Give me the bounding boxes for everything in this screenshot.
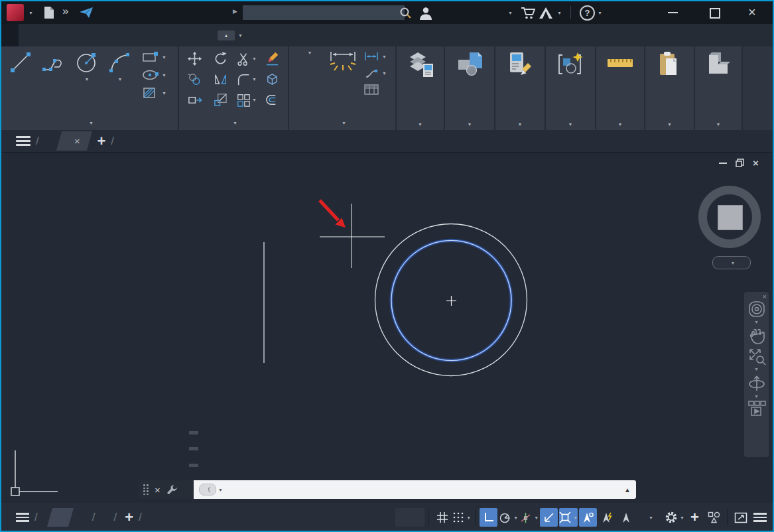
navbar-close-icon[interactable]: × — [763, 293, 767, 300]
isolate-objects-button[interactable] — [705, 508, 723, 527]
command-input-field[interactable]: ▼ ▲ — [194, 480, 636, 499]
ribbon-tab-home[interactable] — [1, 24, 19, 46]
viewport-close-icon[interactable]: × — [753, 158, 759, 168]
properties-icon[interactable] — [505, 50, 535, 79]
array-button[interactable]: ▼ — [233, 90, 259, 110]
app-menu-caret-icon[interactable]: ▼ — [29, 11, 33, 15]
command-history-toggle-icon[interactable]: ▲ — [624, 486, 631, 494]
zoom-caret-icon[interactable]: ▼ — [754, 367, 759, 371]
hatch-button[interactable]: ▼ — [142, 86, 166, 100]
object-snap-tracking-toggle[interactable] — [540, 508, 558, 527]
command-line-grip[interactable]: × — [139, 480, 194, 499]
line-button[interactable] — [4, 46, 37, 115]
user-icon[interactable] — [419, 6, 433, 20]
fillet-caret-icon[interactable]: ▼ — [252, 77, 257, 82]
panel-layers-expander[interactable]: ▼ — [397, 118, 444, 130]
isometric-drafting-toggle[interactable]: ▼ — [519, 508, 539, 527]
qat-expand-icon[interactable]: » — [62, 5, 68, 18]
help-caret-icon[interactable]: ▼ — [598, 11, 602, 15]
explode-button[interactable] — [259, 69, 285, 90]
isodraft-caret-icon[interactable]: ▼ — [534, 515, 539, 520]
leader-caret-icon[interactable]: ▼ — [382, 71, 387, 76]
fillet-button[interactable]: ▼ — [233, 69, 259, 90]
model-space-toggle[interactable] — [395, 508, 424, 527]
ribbon-tab-addins[interactable] — [122, 24, 139, 46]
panel-groups-expander[interactable]: ▼ — [546, 118, 595, 130]
rotate-button[interactable] — [208, 48, 233, 69]
polar-caret-icon[interactable]: ▼ — [513, 515, 518, 520]
ellipse-button[interactable]: ▼ — [142, 68, 166, 82]
clean-screen-button[interactable] — [732, 508, 749, 527]
ribbon-tab-manage[interactable] — [88, 24, 105, 46]
dimension-button[interactable] — [326, 46, 359, 115]
ribbon-tab-featured-apps[interactable] — [174, 24, 191, 46]
ribbon-tab-annotate[interactable] — [36, 24, 53, 46]
linear-dimension-caret-icon[interactable]: ▼ — [382, 54, 387, 59]
new-file-icon[interactable] — [42, 6, 56, 19]
signin-caret-icon[interactable]: ▼ — [508, 11, 513, 15]
ribbon-tab-insert[interactable] — [19, 24, 36, 46]
ribbon-collapse-button[interactable]: ▲ — [218, 31, 235, 40]
title-caret-icon[interactable]: ▶ — [233, 8, 237, 15]
layout-tab-model[interactable] — [47, 508, 74, 527]
ribbon-tab-express-tools[interactable] — [157, 24, 174, 46]
annotation-visibility-toggle[interactable] — [579, 508, 597, 527]
statusbar-customization-button[interactable] — [751, 508, 769, 527]
ribbon-tab-view[interactable] — [70, 24, 88, 46]
viewport-minimize-icon[interactable] — [719, 163, 727, 164]
erase-button[interactable] — [259, 48, 285, 69]
file-tab-close-icon[interactable]: × — [74, 136, 80, 146]
wcs-button[interactable]: ▼ — [712, 256, 751, 269]
ribbon-tab-parametric[interactable] — [53, 24, 70, 46]
search-input[interactable] — [248, 7, 399, 19]
grid-display-toggle[interactable] — [433, 508, 451, 527]
move-button[interactable] — [182, 48, 208, 69]
new-drawing-button[interactable]: + — [97, 134, 106, 149]
ribbon-tab-custom-panel[interactable] — [191, 24, 208, 46]
search-icon[interactable] — [399, 7, 412, 19]
viewcube-top-face[interactable] — [718, 205, 743, 230]
snap-mode-toggle[interactable]: ▼ — [452, 508, 471, 527]
orbit-icon[interactable] — [747, 373, 766, 393]
utilities-icon[interactable] — [606, 50, 635, 79]
block-icon[interactable] — [455, 50, 484, 79]
command-close-icon[interactable]: × — [155, 485, 161, 495]
panel-draw-expander[interactable]: ▼ — [1, 115, 178, 130]
customization-plus-button[interactable]: + — [686, 508, 704, 527]
cart-icon[interactable] — [521, 7, 535, 19]
hatch-caret-icon[interactable]: ▼ — [162, 91, 166, 96]
annotation-autoscale-toggle[interactable] — [598, 508, 616, 527]
pan-hand-icon[interactable] — [747, 326, 766, 346]
panel-properties-expander[interactable]: ▼ — [495, 118, 545, 130]
linear-dimension-button[interactable]: ▼ — [363, 50, 387, 62]
groups-icon[interactable] — [556, 50, 585, 79]
orbit-caret-icon[interactable]: ▼ — [754, 394, 759, 399]
object-snap-toggle[interactable]: ▼ — [559, 508, 578, 527]
workspace-caret-icon[interactable]: ▼ — [680, 515, 684, 520]
search-box[interactable] — [243, 5, 405, 20]
navigation-wheel-icon[interactable] — [747, 300, 766, 318]
panel-modify-expander[interactable]: ▼ — [179, 115, 288, 130]
layers-icon[interactable] — [406, 50, 435, 79]
polar-tracking-toggle[interactable]: ▼ — [499, 508, 518, 527]
text-caret-icon[interactable]: ▼ — [308, 50, 312, 55]
ortho-mode-toggle[interactable] — [480, 508, 497, 527]
file-tab-active[interactable]: × — [56, 131, 92, 151]
ribbon-tab-output[interactable] — [105, 24, 122, 46]
circle-button[interactable]: ▼ — [70, 46, 103, 115]
autodesk-caret-icon[interactable]: ▼ — [557, 11, 562, 15]
drag-handle-icon[interactable] — [143, 484, 149, 495]
recent-commands-icon[interactable] — [199, 484, 216, 496]
rectangle-button[interactable]: ▼ — [142, 50, 166, 64]
layout-tabs-menu-icon[interactable] — [16, 513, 29, 522]
app-logo-icon[interactable] — [7, 4, 24, 21]
trim-caret-icon[interactable]: ▼ — [252, 56, 257, 61]
autodesk-logo-icon[interactable] — [539, 7, 553, 19]
polyline-button[interactable] — [37, 46, 70, 115]
scale-button[interactable] — [208, 90, 233, 110]
file-tabs-menu-icon[interactable] — [16, 136, 31, 146]
close-button[interactable]: × — [748, 5, 756, 19]
circle-caret-icon[interactable]: ▼ — [85, 77, 90, 82]
panel-utilities-expander[interactable]: ▼ — [596, 118, 644, 130]
arc-button[interactable]: ▼ — [103, 46, 137, 115]
